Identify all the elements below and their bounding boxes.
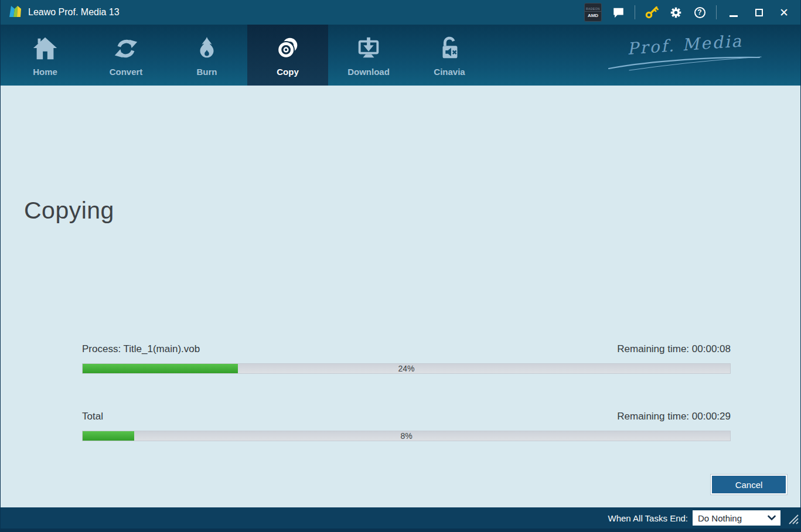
total-label: Total bbox=[82, 409, 103, 424]
register-key-icon[interactable] bbox=[644, 5, 659, 20]
process-percent-label: 24% bbox=[83, 364, 730, 374]
minimize-icon bbox=[730, 15, 738, 17]
titlebar-separator bbox=[635, 5, 635, 19]
minimize-button[interactable] bbox=[725, 5, 742, 20]
total-task: Total Remaining time: 00:00:29 8% bbox=[82, 409, 731, 441]
tab-label: Download bbox=[347, 67, 390, 77]
nav-tabs: Home Convert Burn bbox=[1, 25, 800, 86]
when-tasks-end-select[interactable]: Do Nothing bbox=[693, 510, 780, 526]
process-task: Process: Title_1(main).vob Remaining tim… bbox=[82, 342, 731, 374]
select-value: Do Nothing bbox=[698, 513, 742, 523]
amd-radeon-badge-icon[interactable]: RADEON AMD bbox=[584, 3, 602, 22]
cancel-button[interactable]: Cancel bbox=[711, 475, 787, 495]
burn-icon bbox=[193, 34, 220, 63]
tab-label: Burn bbox=[197, 67, 217, 77]
settings-gear-icon[interactable] bbox=[668, 5, 683, 20]
total-remaining-time: Remaining time: 00:00:29 bbox=[617, 409, 731, 424]
prof-media-logo: Prof. Media bbox=[606, 35, 764, 71]
home-icon bbox=[32, 34, 59, 63]
tab-cinavia[interactable]: Cinavia bbox=[409, 25, 490, 86]
process-progress-bar: 24% bbox=[82, 363, 731, 374]
cinavia-lock-icon bbox=[436, 34, 463, 63]
total-percent-label: 8% bbox=[83, 431, 730, 441]
footer-bar: When All Tasks End: Do Nothing bbox=[1, 507, 800, 532]
tab-home[interactable]: Home bbox=[5, 25, 86, 86]
close-icon: ✕ bbox=[779, 7, 789, 18]
download-icon bbox=[355, 34, 382, 63]
resize-grip[interactable] bbox=[789, 514, 799, 524]
tab-burn[interactable]: Burn bbox=[166, 25, 247, 86]
close-button[interactable]: ✕ bbox=[776, 5, 792, 20]
copy-disc-icon bbox=[274, 34, 301, 63]
tab-copy[interactable]: Copy bbox=[247, 25, 328, 86]
tab-convert[interactable]: Convert bbox=[86, 25, 166, 86]
titlebar: Leawo Prof. Media 13 RADEON AMD bbox=[1, 0, 800, 25]
tab-label: Convert bbox=[110, 67, 143, 77]
help-icon[interactable]: ? bbox=[692, 5, 707, 20]
leawo-logo-icon bbox=[8, 4, 23, 21]
swoosh-underline-icon bbox=[606, 56, 764, 71]
prof-media-script-text: Prof. Media bbox=[626, 31, 744, 59]
app-window: Leawo Prof. Media 13 RADEON AMD bbox=[0, 0, 801, 532]
page-title: Copying bbox=[24, 197, 114, 224]
when-tasks-end-label: When All Tasks End: bbox=[608, 513, 688, 523]
feedback-bubble-icon[interactable] bbox=[611, 5, 626, 20]
tab-label: Home bbox=[33, 67, 57, 77]
chevron-down-icon bbox=[768, 515, 776, 521]
maximize-button[interactable] bbox=[751, 5, 767, 20]
convert-icon bbox=[113, 34, 139, 63]
maximize-icon bbox=[755, 9, 763, 16]
tab-download[interactable]: Download bbox=[328, 25, 409, 86]
total-progress-bar: 8% bbox=[82, 431, 731, 441]
titlebar-separator bbox=[716, 5, 717, 19]
main-content: Copying Process: Title_1(main).vob Remai… bbox=[1, 86, 800, 507]
window-title: Leawo Prof. Media 13 bbox=[28, 7, 120, 18]
process-remaining-time: Remaining time: 00:00:08 bbox=[617, 342, 731, 357]
tab-label: Copy bbox=[277, 67, 299, 77]
process-label: Process: Title_1(main).vob bbox=[82, 342, 200, 357]
tab-label: Cinavia bbox=[434, 67, 465, 77]
